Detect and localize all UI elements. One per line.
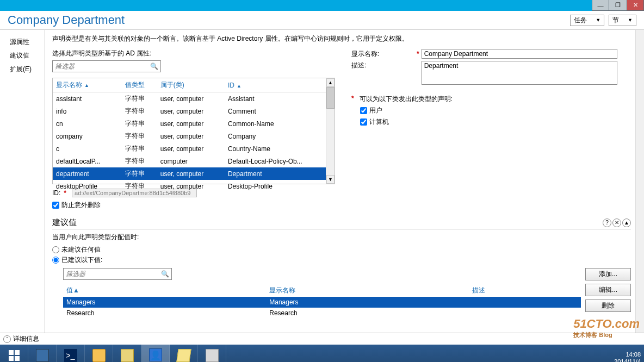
ad-attr-label: 选择此声明类型所基于的 AD 属性: [52,49,335,58]
sidebar-item-ext[interactable]: 扩展(E) [10,63,44,76]
explorer-icon[interactable] [85,345,113,362]
add-button[interactable]: 添加... [585,268,631,280]
col-valuetype[interactable]: 值类型 [122,78,157,92]
collapse-icon[interactable]: ▲ [622,219,631,227]
table-row[interactable]: info字符串user, computerComment [53,105,335,117]
sidebar-item-suggest[interactable]: 建议值 [10,49,44,63]
tray-date: 2014/11/4 [614,358,641,362]
suggest-table[interactable]: 值▲ 显示名称 描述 ManagersManagersResearchResea… [63,284,581,319]
required-marker: * [417,50,419,58]
sidebar-item-source[interactable]: 源属性 [10,35,44,49]
main-content: 声明类型是有关与其关联的对象的一个断言。该断言基于 Active Directo… [45,30,635,333]
powershell-icon[interactable]: >_ [57,345,85,362]
suggest-title: 建议值 [52,217,77,228]
col-belongs[interactable]: 属于(类) [157,78,225,92]
intro-text: 声明类型是有关与其关联的对象的一个断言。该断言基于 Active Directo… [52,34,631,43]
main-scrollbar[interactable] [635,30,644,333]
svg-rect-2 [9,356,14,361]
maximize-button[interactable]: ❐ [609,0,627,11]
minimize-button[interactable]: — [592,0,609,11]
user-checkbox[interactable]: 用户 [360,106,631,115]
svg-rect-0 [9,350,14,355]
scroll-down-icon[interactable]: ▼ [326,175,335,184]
required-marker: * [351,95,354,102]
titlebar: — ❐ ✕ [0,0,644,11]
suggest-filter-input[interactable] [66,270,161,278]
help-icon[interactable]: ? [603,219,611,227]
edit-button[interactable]: 编辑... [585,284,631,296]
col-displayname[interactable]: 显示名称▲ [53,78,122,92]
search-icon[interactable]: 🔍 [150,63,158,70]
app-icon-4[interactable] [198,345,226,362]
search-icon[interactable]: 🔍 [161,270,169,278]
table-scrollbar[interactable]: ▲ ▼ [326,78,335,184]
tray-time: 14:08 [614,351,641,358]
sv-col-name[interactable]: 显示名称 [266,284,469,297]
system-tray[interactable]: 14:08 2014/11/4 [614,351,641,362]
description-input[interactable]: Department [422,61,617,85]
delete-button[interactable]: 删除 [585,299,631,312]
attribute-table[interactable]: 显示名称▲ 值类型 属于(类) ID▲ assistant字符串user, co… [53,78,335,192]
displayname-label: 显示名称: [351,49,417,59]
table-row[interactable]: department字符串user, computerDepartment [53,167,335,180]
section-dropdown[interactable]: 节▼ [609,15,636,26]
expand-icon[interactable]: ˅ [3,335,11,343]
list-item[interactable]: ResearchResearch [63,308,581,319]
taskbar: >_ 👤 14:08 2014/11/4 [0,345,644,362]
page-title: Company Department [8,13,125,27]
scroll-up-icon[interactable]: ▲ [326,78,335,87]
tasks-dropdown[interactable]: 任务▼ [570,15,604,26]
protect-checkbox[interactable]: 防止意外删除 [52,201,335,210]
svg-rect-3 [15,356,20,361]
sidebar: 源属性 建议值 扩展(E) [0,30,45,333]
suggest-filter[interactable]: 🔍 [63,268,172,280]
close-section-icon[interactable]: ✕ [612,219,621,227]
description-label: 描述: [351,61,417,70]
svg-rect-1 [15,350,20,355]
sv-col-value[interactable]: 值▲ [63,284,266,297]
sv-col-desc[interactable]: 描述 [469,284,581,297]
issue-label: 可以为以下类发出此类型的声明: [360,95,453,104]
list-item[interactable]: ManagersManagers [63,297,581,308]
close-button[interactable]: ✕ [627,0,644,11]
table-row[interactable]: cn字符串user, computerCommon-Name [53,117,335,130]
suggest-prompt: 当用户向此声明类型分配值时: [52,233,631,242]
filter-input[interactable] [55,63,150,70]
app-icon-2[interactable]: 👤 [141,345,170,362]
start-button[interactable] [0,345,28,362]
app-icon-1[interactable] [113,345,141,362]
scroll-thumb[interactable] [326,87,335,109]
page-header: Company Department 任务▼ 节▼ [0,11,644,30]
radio-values[interactable]: 已建议以下值: [52,255,631,265]
table-row[interactable]: defaultLocalP...字符串computerDefault-Local… [53,155,335,167]
table-row[interactable]: c字符串user, computerCountry-Name [53,142,335,155]
radio-none[interactable]: 未建议任何值 [52,245,631,254]
table-row[interactable]: company字符串user, computerCompany [53,130,335,142]
app-icon-3[interactable] [170,345,198,362]
col-id[interactable]: ID▲ [225,78,335,92]
table-row[interactable]: assistant字符串user, computerAssistant [53,92,335,105]
table-row[interactable]: desktopProfile字符串user, computerDesktop-P… [53,180,335,192]
filter-box[interactable]: 🔍 [52,60,161,72]
computer-checkbox[interactable]: 计算机 [360,117,631,127]
server-manager-icon[interactable] [28,345,57,362]
displayname-input[interactable] [422,49,617,59]
details-bar[interactable]: ˅ 详细信息 [0,333,644,345]
